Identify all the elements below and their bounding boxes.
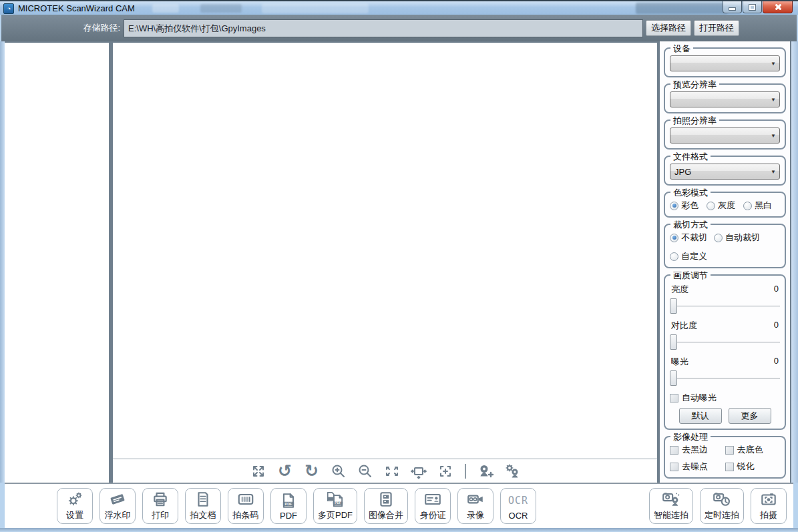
video-camera-icon: [466, 491, 485, 508]
capture-barcode-button[interactable]: 拍条码: [228, 488, 264, 524]
actual-size-icon[interactable]: [410, 463, 427, 480]
crop-mode-group: 裁切方式 不裁切 自动裁切 自定义: [664, 224, 786, 268]
chevron-down-icon: ▼: [767, 133, 779, 139]
camera-settings-icon[interactable]: [504, 463, 521, 480]
settings-panel: 设备 ▼ 预览分辨率 ▼ 拍照分辨率 ▼: [660, 41, 790, 483]
ocr-button[interactable]: OCR OCR: [500, 488, 536, 524]
id-card-icon: [423, 491, 442, 508]
main-area: ↺ ↻: [0, 41, 798, 483]
radio-icon: [707, 202, 715, 210]
preview-toolbar: ↺ ↻: [113, 459, 657, 483]
photo-resolution-group: 拍照分辨率 ▼: [664, 119, 786, 150]
photo-resolution-select[interactable]: ▼: [670, 127, 780, 144]
zoom-in-icon[interactable]: [330, 463, 347, 480]
slider-thumb[interactable]: [670, 298, 677, 314]
watermark-stamp-icon: [108, 491, 128, 508]
remove-background-checkbox[interactable]: 去底色: [725, 444, 781, 456]
brightness-slider[interactable]: [670, 298, 780, 314]
checkbox-icon: [670, 394, 678, 403]
minimize-button[interactable]: [723, 1, 742, 13]
radio-custom-crop[interactable]: 自定义: [670, 250, 707, 262]
rotate-left-icon[interactable]: ↺: [276, 463, 294, 480]
exposure-slider[interactable]: [670, 370, 780, 386]
pdf-icon: PDF: [280, 492, 297, 509]
color-mode-label: 色彩模式: [670, 187, 711, 199]
remove-black-edge-checkbox[interactable]: 去黑边: [670, 444, 725, 456]
contrast-value: 0: [774, 320, 779, 332]
preview-resolution-select[interactable]: ▼: [670, 91, 780, 107]
titlebar-ghost: [262, 3, 369, 13]
slider-thumb[interactable]: [670, 334, 677, 350]
focus-icon[interactable]: [437, 463, 454, 480]
thumbnail-list-panel[interactable]: [5, 43, 109, 483]
app-icon: ◔: [3, 3, 14, 14]
gears-icon: [66, 491, 83, 508]
capture-button[interactable]: 拍摄: [751, 488, 787, 524]
slider-thumb[interactable]: [670, 370, 677, 386]
storage-path-bar: 存储路径: E:\WH\高拍仪软件\打包\GpyImages 选择路径 打开路径: [1, 15, 797, 41]
image-merge-button[interactable]: 图像合并: [364, 488, 408, 524]
color-mode-group: 色彩模式 彩色 灰度 黑白: [664, 192, 786, 218]
preview-resolution-label: 预览分辨率: [670, 79, 719, 91]
fit-expand-icon[interactable]: [250, 463, 267, 480]
radio-auto-crop[interactable]: 自动裁切: [714, 232, 760, 244]
multi-page-pdf-button[interactable]: PDF 多页PDF: [313, 488, 357, 524]
zoom-out-icon[interactable]: [357, 463, 374, 480]
brightness-label: 亮度: [671, 284, 688, 296]
pdf-button[interactable]: PDF PDF: [270, 488, 307, 524]
chevron-down-icon: ▼: [767, 97, 779, 103]
fit-screen-icon[interactable]: [383, 463, 401, 480]
default-button[interactable]: 默认: [679, 408, 722, 424]
maximize-icon: [749, 5, 755, 10]
timed-burst-button[interactable]: 定时连拍: [700, 488, 744, 524]
exposure-value: 0: [774, 356, 779, 368]
id-card-button[interactable]: 身份证: [415, 488, 451, 524]
contrast-label: 对比度: [671, 320, 697, 332]
checkbox-icon: [670, 446, 678, 455]
denoise-checkbox[interactable]: 去噪点: [670, 461, 725, 473]
device-group: 设备 ▼: [664, 47, 786, 77]
photo-resolution-label: 拍照分辨率: [670, 115, 719, 127]
window-title: MICROTEK ScanWizard CAM: [18, 3, 135, 13]
auto-exposure-checkbox[interactable]: 自动曝光: [670, 392, 780, 404]
sharpen-checkbox[interactable]: 锐化: [725, 461, 781, 473]
add-camera-icon[interactable]: [477, 463, 494, 480]
brightness-value: 0: [774, 284, 779, 296]
contrast-slider[interactable]: [670, 334, 780, 350]
image-merge-icon: [377, 491, 395, 508]
radio-gray[interactable]: 灰度: [707, 200, 735, 212]
device-select[interactable]: ▼: [670, 55, 780, 71]
watermark-button[interactable]: 浮水印: [99, 488, 136, 524]
storage-path-label: 存储路径:: [1, 22, 124, 34]
file-format-select[interactable]: JPG ▼: [670, 164, 780, 180]
window-edge-right: [791, 41, 798, 483]
record-video-button[interactable]: 录像: [457, 488, 493, 524]
file-format-group: 文件格式 JPG ▼: [664, 156, 786, 186]
preview-resolution-group: 预览分辨率 ▼: [664, 83, 786, 113]
close-button[interactable]: [763, 1, 793, 13]
radio-color[interactable]: 彩色: [670, 200, 699, 212]
action-bar: 设置 浮水印 打印 拍文档 拍条码 PDF PDF: [5, 483, 793, 528]
titlebar-ghost: [200, 4, 242, 13]
processing-label: 影像处理: [670, 431, 711, 443]
toolbar-separator: [465, 464, 466, 479]
settings-button[interactable]: 设置: [57, 488, 93, 524]
svg-text:PDF: PDF: [335, 502, 341, 505]
radio-bw[interactable]: 黑白: [743, 200, 772, 212]
chevron-down-icon: ▼: [767, 169, 779, 175]
exposure-label: 曝光: [671, 356, 688, 368]
choose-path-button[interactable]: 选择路径: [646, 20, 691, 36]
storage-path-input[interactable]: E:\WH\高拍仪软件\打包\GpyImages: [124, 19, 643, 37]
rotate-right-icon[interactable]: ↻: [303, 463, 321, 480]
device-group-label: 设备: [670, 43, 693, 55]
maximize-button[interactable]: [743, 1, 762, 13]
open-path-button[interactable]: 打开路径: [694, 20, 739, 36]
more-button[interactable]: 更多: [729, 408, 771, 424]
window-edge-bottom: [0, 528, 798, 532]
preview-canvas[interactable]: ↺ ↻: [113, 43, 657, 483]
capture-document-button[interactable]: 拍文档: [185, 488, 221, 524]
radio-no-crop[interactable]: 不裁切: [670, 232, 707, 244]
multi-pdf-icon: PDF: [325, 491, 345, 508]
print-button[interactable]: 打印: [142, 488, 178, 524]
smart-burst-button[interactable]: 智能连拍: [649, 488, 693, 524]
